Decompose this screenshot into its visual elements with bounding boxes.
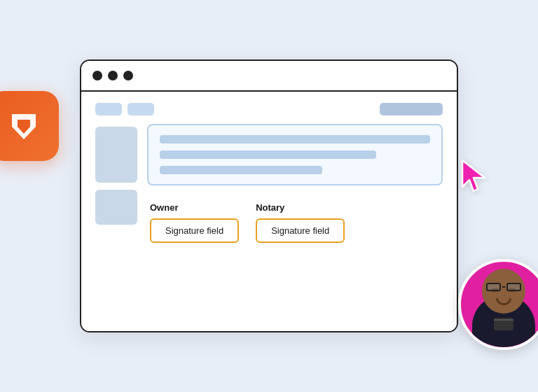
cursor-arrow xyxy=(460,158,493,197)
logo-badge xyxy=(0,91,59,161)
notary-label: Notary xyxy=(256,202,345,213)
document-content-area xyxy=(147,124,443,186)
main-content: Owner Signature field Notary Signature f… xyxy=(147,124,443,306)
person-avatar xyxy=(458,259,538,350)
person-head xyxy=(482,269,525,314)
notary-sig-block: Notary Signature field xyxy=(256,202,345,243)
anvil-logo-icon xyxy=(5,107,43,145)
text-line-3 xyxy=(160,166,322,174)
phone-prop xyxy=(494,318,513,330)
nav-pills-row xyxy=(95,103,443,115)
signature-area: Owner Signature field Notary Signature f… xyxy=(147,202,443,243)
window-dot-3 xyxy=(123,71,133,80)
owner-sig-block: Owner Signature field xyxy=(150,202,239,243)
owner-signature-button[interactable]: Signature field xyxy=(150,218,239,243)
notary-signature-button[interactable]: Signature field xyxy=(256,218,345,243)
hero-scene: Owner Signature field Notary Signature f… xyxy=(31,35,507,357)
nav-pill-action xyxy=(380,103,443,115)
window-dot-2 xyxy=(108,71,118,80)
browser-window: Owner Signature field Notary Signature f… xyxy=(80,59,458,332)
nav-pill-1 xyxy=(95,103,122,115)
left-sidebar xyxy=(95,124,137,306)
sidebar-block-1 xyxy=(95,127,137,183)
text-line-2 xyxy=(160,150,376,159)
text-line-1 xyxy=(160,135,430,144)
person-face xyxy=(461,262,538,347)
cursor-icon xyxy=(460,158,493,194)
owner-label: Owner xyxy=(150,202,239,213)
window-dot-1 xyxy=(92,71,102,80)
sidebar-block-2 xyxy=(95,190,137,225)
nav-pill-2 xyxy=(127,103,154,115)
browser-titlebar xyxy=(81,61,457,92)
browser-body: Owner Signature field Notary Signature f… xyxy=(81,92,457,331)
